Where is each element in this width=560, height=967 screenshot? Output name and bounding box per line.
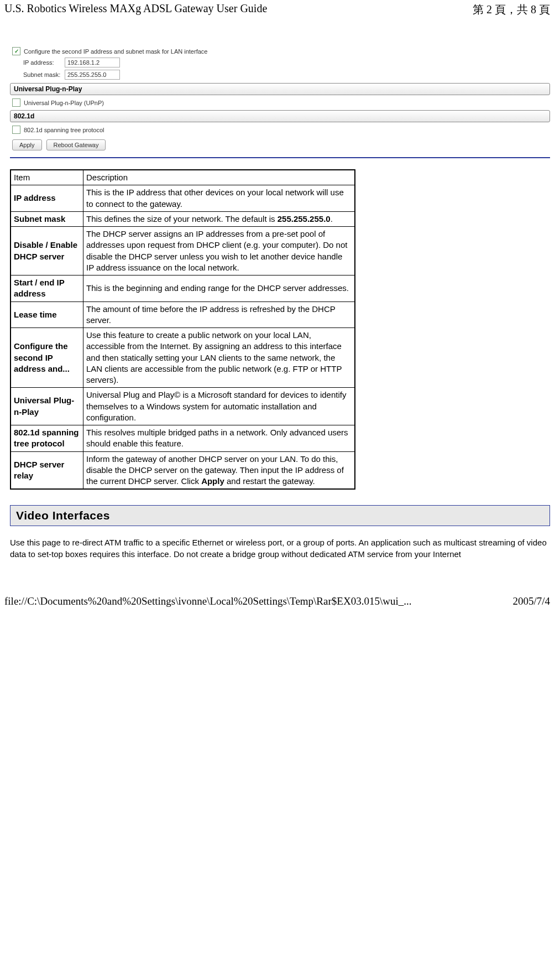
item-cell: IP address <box>11 185 83 212</box>
table-row: Start / end IP addressThis is the beginn… <box>11 275 355 302</box>
checkbox-unchecked-icon[interactable]: ✓ <box>12 126 20 134</box>
configure-second-ip-label: Configure the second IP address and subn… <box>24 48 207 55</box>
description-table: Item Description IP addressThis is the I… <box>10 169 355 490</box>
table-row: Disable / Enable DHCP serverThe DHCP ser… <box>11 227 355 275</box>
page-info: 第 2 頁，共 8 頁 <box>473 2 550 17</box>
subnet-mask-input[interactable]: 255.255.255.0 <box>65 70 120 80</box>
desc-cell: This is the beginning and ending range f… <box>83 275 355 302</box>
table-header-row: Item Description <box>11 170 355 185</box>
doc-title: U.S. Robotics Wireless MAXg ADSL Gateway… <box>4 2 267 17</box>
upnp-checkbox-label: Universal Plug-n-Play (UPnP) <box>24 100 104 106</box>
8021d-checkbox-label: 802.1d spanning tree protocol <box>24 127 104 133</box>
footer-path: file://C:\Documents%20and%20Settings\ivo… <box>4 595 411 607</box>
desc-cell: The DHCP server assigns an IP addresses … <box>83 227 355 275</box>
reboot-gateway-button[interactable]: Reboot Gateway <box>46 139 106 150</box>
table-row: 802.1d spanning tree protocolThis resolv… <box>11 425 355 452</box>
8021d-section-bar: 802.1d <box>10 110 550 122</box>
item-cell: Lease time <box>11 301 83 328</box>
item-cell: Subnet mask <box>11 211 83 226</box>
desc-cell: This is the IP address that other device… <box>83 185 355 212</box>
desc-cell: Inform the gateway of another DHCP serve… <box>83 451 355 489</box>
item-cell: Universal Plug-n-Play <box>11 388 83 425</box>
table-row: Configure the second IP address and...Us… <box>11 328 355 388</box>
table-row: DHCP server relayInform the gateway of a… <box>11 451 355 489</box>
checkbox-checked-icon[interactable]: ✓ <box>12 47 20 55</box>
item-cell: DHCP server relay <box>11 451 83 489</box>
header-item: Item <box>11 170 83 185</box>
desc-cell: This defines the size of your network. T… <box>83 211 355 226</box>
router-ui-screenshot: ✓ Configure the second IP address and su… <box>10 47 550 158</box>
footer-date: 2005/7/4 <box>512 595 550 607</box>
apply-button[interactable]: Apply <box>12 139 42 150</box>
subnet-mask-label: Subnet mask: <box>23 71 65 78</box>
desc-cell: The amount of time before the IP address… <box>83 301 355 328</box>
ip-address-label: IP address: <box>23 59 65 66</box>
table-row: Universal Plug-n-PlayUniversal Plug and … <box>11 388 355 425</box>
checkbox-unchecked-icon[interactable]: ✓ <box>12 98 20 107</box>
video-interfaces-heading: Video Interfaces <box>16 509 544 522</box>
table-row: Subnet maskThis defines the size of your… <box>11 211 355 226</box>
table-row: IP addressThis is the IP address that ot… <box>11 185 355 212</box>
header-desc: Description <box>83 170 355 185</box>
desc-cell: This resolves multiple bridged paths in … <box>83 425 355 452</box>
item-cell: Disable / Enable DHCP server <box>11 227 83 275</box>
section-heading: Video Interfaces <box>10 505 550 526</box>
divider <box>10 157 550 158</box>
video-interfaces-paragraph: Use this page to re-direct ATM traffic t… <box>10 537 550 560</box>
upnp-section-bar: Universal Plug-n-Play <box>10 83 550 95</box>
item-cell: 802.1d spanning tree protocol <box>11 425 83 452</box>
item-cell: Start / end IP address <box>11 275 83 302</box>
desc-cell: Use this feature to create a public netw… <box>83 328 355 388</box>
table-row: Lease timeThe amount of time before the … <box>11 301 355 328</box>
ip-address-input[interactable]: 192.168.1.2 <box>65 58 120 67</box>
item-cell: Configure the second IP address and... <box>11 328 83 388</box>
desc-cell: Universal Plug and Play© is a Microsoft … <box>83 388 355 425</box>
